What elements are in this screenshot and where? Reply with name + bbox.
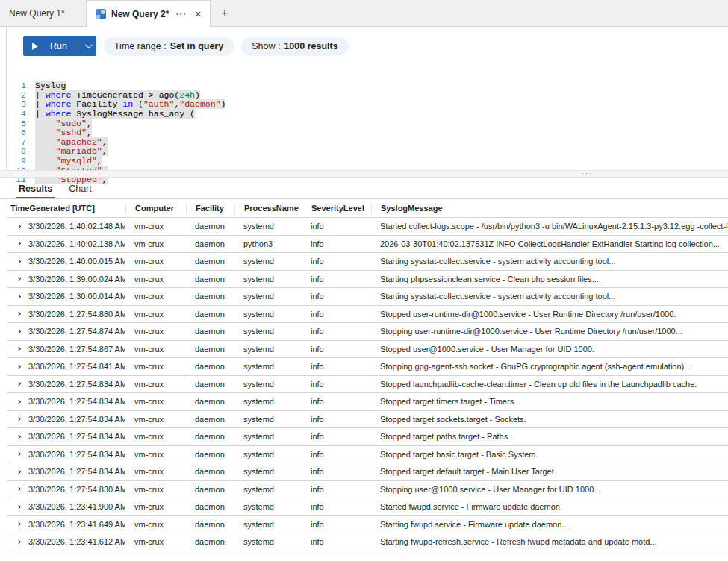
row-expand-chevron-icon[interactable] xyxy=(7,540,28,544)
table-row[interactable]: 3/30/2026, 1:27:54.834 AMvm-cruxdaemonsy… xyxy=(7,411,728,429)
cell-severitylevel: info xyxy=(302,327,371,336)
log-analytics-query-window: New Query 1* New Query 2* ··· × + Run Ti… xyxy=(0,0,728,561)
cell-syslogmessage: Started collect-logs.scope - /usr/bin/py… xyxy=(371,222,728,231)
row-expand-chevron-icon[interactable] xyxy=(7,487,28,491)
cell-severitylevel: info xyxy=(302,537,371,546)
pane-resize-handle[interactable]: ··· xyxy=(0,170,728,178)
cell-severitylevel: info xyxy=(302,310,371,319)
cell-severitylevel: info xyxy=(302,362,371,371)
row-expand-chevron-icon[interactable] xyxy=(7,242,28,245)
cell-syslogmessage: Starting fwupd-refresh.service - Refresh… xyxy=(371,537,728,546)
column-header-facility[interactable]: Facility xyxy=(186,203,234,214)
show-label: Show : xyxy=(252,41,280,51)
cell-syslogmessage: Stopped user-runtime-dir@1000.service - … xyxy=(371,310,728,319)
kql-editor[interactable]: 1Syslog2| where TimeGenerated > ago(24h)… xyxy=(7,63,728,204)
cell-facility: daemon xyxy=(186,310,234,319)
results-grid: TimeGenerated [UTC] Computer Facility Pr… xyxy=(0,198,728,554)
editor-line[interactable]: 9 "mysqld", xyxy=(7,157,728,166)
row-expand-chevron-icon[interactable] xyxy=(7,400,28,404)
cell-processname: systemd xyxy=(234,292,302,301)
tab-new-query-1[interactable]: New Query 1* xyxy=(0,0,86,26)
time-range-picker[interactable]: Time range : Set in query xyxy=(104,37,234,56)
table-row[interactable]: 3/30/2026, 1:23:41.900 AMvm-cruxdaemonsy… xyxy=(7,498,728,516)
editor-line[interactable]: 4| where SyslogMessage has_any ( xyxy=(7,110,728,119)
cell-computer: vm-crux xyxy=(125,257,186,266)
row-expand-chevron-icon[interactable] xyxy=(7,365,28,369)
table-row[interactable]: 3/30/2026, 1:27:54.834 AMvm-cruxdaemonsy… xyxy=(7,376,728,394)
column-header-syslogmessage[interactable]: SyslogMessage xyxy=(371,203,728,214)
table-row[interactable]: 3/30/2026, 1:27:54.834 AMvm-cruxdaemonsy… xyxy=(7,446,728,464)
cell-processname: systemd xyxy=(234,257,302,266)
row-expand-chevron-icon[interactable] xyxy=(7,470,28,474)
column-header-timegenerated[interactable]: TimeGenerated [UTC] xyxy=(7,203,125,214)
tab-close-icon[interactable]: × xyxy=(193,8,202,19)
row-expand-chevron-icon[interactable] xyxy=(7,505,28,509)
table-row[interactable]: 3/30/2026, 1:40:02.138 AMvm-cruxdaemonpy… xyxy=(7,236,728,254)
cell-computer: vm-crux xyxy=(125,397,186,406)
row-expand-chevron-icon[interactable] xyxy=(7,417,28,421)
table-row[interactable]: 3/30/2026, 1:20:00.024 AMvm-cruxdaemonsy… xyxy=(7,551,728,554)
cell-processname: systemd xyxy=(234,502,302,511)
cell-syslogmessage: Stopping user@1000.service - User Manage… xyxy=(371,485,728,494)
cell-facility: daemon xyxy=(186,345,234,354)
row-expand-chevron-icon[interactable] xyxy=(7,435,28,439)
table-row[interactable]: 3/30/2026, 1:27:54.834 AMvm-cruxdaemonsy… xyxy=(7,393,728,411)
editor-line[interactable]: 8 "mariadb", xyxy=(7,147,728,157)
cell-computer: vm-crux xyxy=(125,310,186,319)
cell-severitylevel: info xyxy=(302,520,371,529)
cell-severitylevel: info xyxy=(302,257,371,266)
table-row[interactable]: 3/30/2026, 1:27:54.867 AMvm-cruxdaemonsy… xyxy=(7,341,728,359)
row-expand-chevron-icon[interactable] xyxy=(7,225,28,228)
new-tab-button[interactable]: + xyxy=(211,0,239,26)
table-row[interactable]: 3/30/2026, 1:27:54.834 AMvm-cruxdaemonsy… xyxy=(7,463,728,481)
cell-severitylevel: info xyxy=(302,432,371,441)
table-row[interactable]: 3/30/2026, 1:23:41.612 AMvm-cruxdaemonsy… xyxy=(7,533,728,551)
cell-facility: daemon xyxy=(186,485,234,494)
run-button[interactable]: Run xyxy=(23,36,96,56)
row-expand-chevron-icon[interactable] xyxy=(7,277,28,280)
cell-facility: daemon xyxy=(186,415,234,424)
tab-results[interactable]: Results xyxy=(19,184,52,198)
row-expand-chevron-icon[interactable] xyxy=(7,522,28,526)
table-row[interactable]: 3/30/2026, 1:27:54.834 AMvm-cruxdaemonsy… xyxy=(7,428,728,446)
table-row[interactable]: 3/30/2026, 1:27:54.841 AMvm-cruxdaemonsy… xyxy=(7,358,728,376)
column-header-severitylevel[interactable]: SeverityLevel xyxy=(302,203,371,214)
tab-more-menu-icon[interactable]: ··· xyxy=(174,9,188,19)
table-row[interactable]: 3/30/2026, 1:30:00.014 AMvm-cruxdaemonsy… xyxy=(7,288,728,306)
table-row[interactable]: 3/30/2026, 1:27:54.880 AMvm-cruxdaemonsy… xyxy=(7,306,728,324)
tab-new-query-2[interactable]: New Query 2* ··· × xyxy=(86,0,211,27)
show-results-picker[interactable]: Show : 1000 results xyxy=(241,37,349,56)
cell-computer: vm-crux xyxy=(125,450,186,459)
cell-syslogmessage: Stopped target default.target - Main Use… xyxy=(371,467,728,476)
table-row[interactable]: 3/30/2026, 1:23:41.649 AMvm-cruxdaemonsy… xyxy=(7,516,728,534)
line-code: "sudo", xyxy=(35,119,728,129)
table-row[interactable]: 3/30/2026, 1:27:54.830 AMvm-cruxdaemonsy… xyxy=(7,481,728,499)
row-expand-chevron-icon[interactable] xyxy=(7,382,28,386)
tab-chart[interactable]: Chart xyxy=(69,184,92,198)
editor-line[interactable]: 5 "sudo", xyxy=(7,119,728,129)
cell-syslogmessage: Starting fwupd.service - Firmware update… xyxy=(371,520,728,529)
row-expand-chevron-icon[interactable] xyxy=(7,295,28,298)
row-expand-chevron-icon[interactable] xyxy=(7,347,28,351)
cell-processname: systemd xyxy=(234,397,302,406)
row-expand-chevron-icon[interactable] xyxy=(7,330,28,333)
table-row[interactable]: 3/30/2026, 1:27:54.874 AMvm-cruxdaemonsy… xyxy=(7,323,728,341)
table-row[interactable]: 3/30/2026, 1:40:02.148 AMvm-cruxdaemonsy… xyxy=(7,218,728,236)
row-expand-chevron-icon[interactable] xyxy=(7,452,28,456)
table-row[interactable]: 3/30/2026, 1:40:00.015 AMvm-cruxdaemonsy… xyxy=(7,253,728,271)
cell-severitylevel: info xyxy=(302,415,371,424)
cell-syslogmessage: Stopped target sockets.target - Sockets. xyxy=(371,415,728,424)
row-expand-chevron-icon[interactable] xyxy=(7,312,28,316)
column-header-computer[interactable]: Computer xyxy=(125,203,186,214)
tab-label: New Query 2* xyxy=(111,9,169,19)
row-expand-chevron-icon[interactable] xyxy=(7,260,28,263)
line-number: 1 xyxy=(7,81,35,91)
column-header-processname[interactable]: ProcessName xyxy=(234,203,302,214)
cell-severitylevel: info xyxy=(302,345,371,354)
table-row[interactable]: 3/30/2026, 1:39:00.024 AMvm-cruxdaemonsy… xyxy=(7,271,728,289)
editor-line[interactable]: 7 "apache2", xyxy=(7,138,728,148)
editor-line[interactable]: 6 "sshd", xyxy=(7,128,728,138)
cell-processname: systemd xyxy=(234,537,302,546)
cell-facility: daemon xyxy=(186,537,234,546)
chevron-down-icon[interactable] xyxy=(85,41,93,48)
